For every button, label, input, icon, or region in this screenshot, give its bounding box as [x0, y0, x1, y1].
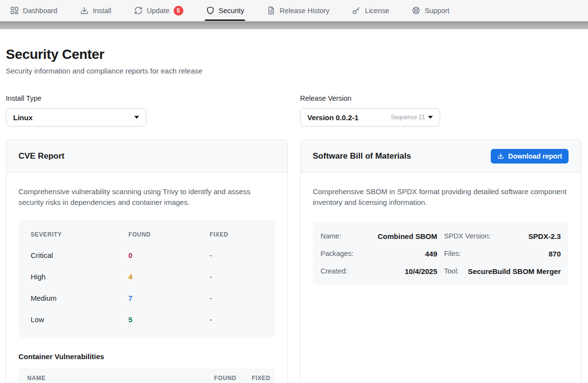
fixed-count: -: [210, 251, 275, 259]
detail-label: Tool:: [444, 267, 459, 275]
nav-item-security[interactable]: Security: [206, 0, 244, 21]
sbom-card-title: Software Bill of Materials: [313, 151, 411, 161]
container-table-header: NAME FOUND FIXED: [18, 368, 275, 383]
release-version-select[interactable]: Version 0.0.2-1 Sequence 21: [300, 108, 440, 127]
sbom-card-header: Software Bill of Materials Download repo…: [301, 140, 581, 173]
download-icon: [80, 6, 89, 15]
nav-item-license[interactable]: License: [352, 0, 389, 21]
detail-value: SPDX-2.3: [528, 232, 561, 240]
sequence-label: Sequence 21: [391, 114, 425, 121]
cve-report-card: CVE Report Comprehensive vulnerability s…: [6, 139, 288, 383]
sbom-detail-created: Created: 10/4/2025: [321, 262, 437, 280]
release-version-label: Release Version: [300, 94, 581, 102]
found-count: 0: [128, 251, 210, 259]
table-row-high: High 4 -: [18, 266, 275, 287]
key-icon: [352, 6, 361, 15]
nav-item-label: Update: [147, 7, 170, 15]
nav-item-update[interactable]: Update 5: [134, 0, 183, 21]
filters-row: Install Type Linux Release Version Versi…: [6, 94, 581, 127]
detail-value: 10/4/2025: [405, 267, 437, 275]
sbom-details-panel: Name: Combined SBOM SPDX Version: SPDX-2…: [313, 222, 569, 285]
severity-name: Low: [31, 315, 128, 324]
nav-item-install[interactable]: Install: [80, 0, 111, 21]
detail-value: SecureBuild SBOM Merger: [468, 267, 561, 275]
nav-item-label: Dashboard: [23, 7, 57, 15]
detail-label: Created:: [321, 267, 348, 275]
table-row-critical: Critical 0 -: [18, 244, 275, 266]
detail-value: Combined SBOM: [378, 232, 438, 240]
nav-item-support[interactable]: Support: [411, 0, 449, 21]
fixed-count: -: [210, 273, 275, 281]
cve-card-header: CVE Report: [6, 140, 287, 173]
report-cards-row: CVE Report Comprehensive vulnerability s…: [6, 139, 581, 383]
found-count: 5: [128, 315, 210, 324]
sbom-card: Software Bill of Materials Download repo…: [300, 139, 581, 383]
cve-description: Comprehensive vulnerability scanning usi…: [18, 186, 275, 207]
nav-item-label: License: [365, 7, 389, 15]
nav-item-label: Security: [219, 7, 244, 15]
cve-card-title: CVE Report: [18, 151, 64, 161]
nav-item-release-history[interactable]: Release History: [267, 0, 329, 21]
severity-name: Critical: [31, 251, 128, 259]
table-row-medium: Medium 7 -: [18, 287, 275, 309]
severity-table-header: SEVERITY FOUND FIXED: [18, 225, 275, 244]
detail-label: Files:: [444, 250, 461, 257]
page-subtitle: Security information and compliance repo…: [6, 67, 581, 75]
found-column-header: FOUND: [194, 375, 236, 382]
detail-label: Packages:: [321, 250, 354, 257]
detail-value: 870: [549, 250, 561, 258]
security-center-page: Security Center Security information and…: [0, 29, 588, 383]
shield-icon: [206, 6, 215, 15]
install-type-label: Install Type: [6, 94, 288, 102]
found-column-header: FOUND: [128, 231, 210, 238]
detail-label: SPDX Version:: [444, 232, 491, 240]
sbom-description: Comprehensive SBOM in SPDX format provid…: [313, 186, 569, 207]
found-count: 7: [128, 294, 210, 302]
download-report-label: Download report: [508, 152, 562, 160]
sbom-detail-name: Name: Combined SBOM: [321, 227, 437, 245]
nav-item-dashboard[interactable]: Dashboard: [10, 0, 57, 21]
severity-name: High: [31, 273, 128, 281]
nav-item-label: Release History: [280, 7, 329, 15]
dashboard-icon: [10, 6, 19, 15]
page-top-shadow: [0, 21, 588, 29]
fixed-column-header: FIXED: [210, 231, 275, 238]
install-type-select[interactable]: Linux: [6, 108, 146, 127]
severity-table: SEVERITY FOUND FIXED Critical 0 - High 4…: [18, 220, 275, 338]
sbom-card-body: Comprehensive SBOM in SPDX format provid…: [301, 173, 581, 383]
nav-item-label: Support: [425, 7, 449, 15]
found-count: 4: [128, 273, 210, 281]
fixed-count: -: [210, 315, 275, 324]
document-icon: [267, 6, 276, 15]
nav-item-label: Install: [93, 7, 111, 15]
page-title: Security Center: [6, 47, 581, 62]
chevron-down-icon: [428, 116, 433, 119]
severity-column-header: SEVERITY: [31, 231, 128, 238]
sbom-detail-spdx-version: SPDX Version: SPDX-2.3: [444, 227, 561, 245]
fixed-count: -: [210, 294, 275, 302]
lifebuoy-icon: [411, 6, 421, 15]
refresh-icon: [134, 6, 143, 15]
severity-name: Medium: [31, 294, 128, 302]
container-vulnerabilities-table: NAME FOUND FIXED: [18, 368, 275, 383]
fixed-column-header: FIXED: [236, 375, 270, 382]
container-vulnerabilities-title: Container Vulnerabilities: [18, 352, 275, 361]
table-row-low: Low 5 -: [18, 309, 275, 330]
cve-card-body: Comprehensive vulnerability scanning usi…: [6, 173, 287, 383]
install-type-value: Linux: [13, 113, 33, 122]
download-report-button[interactable]: Download report: [491, 149, 569, 164]
sbom-detail-packages: Packages: 449: [321, 245, 437, 262]
name-column-header: NAME: [27, 375, 194, 382]
release-version-value: Version 0.0.2-1: [307, 113, 358, 122]
chevron-down-icon: [134, 116, 139, 119]
detail-label: Name:: [321, 232, 341, 240]
detail-value: 449: [425, 250, 437, 258]
top-navigation: Dashboard Install Update 5 Security Rele…: [0, 0, 588, 21]
update-count-badge: 5: [174, 6, 183, 16]
sbom-detail-files: Files: 870: [444, 245, 561, 262]
download-icon: [497, 152, 504, 160]
sbom-detail-tool: Tool: SecureBuild SBOM Merger: [444, 262, 561, 280]
